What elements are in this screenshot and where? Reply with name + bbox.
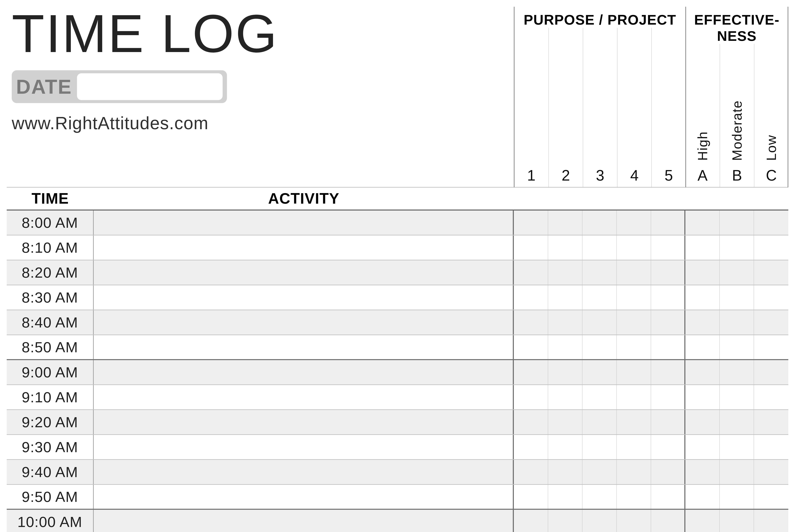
effectiveness-cell[interactable] — [685, 460, 720, 484]
purpose-cell[interactable] — [583, 210, 617, 235]
effectiveness-cell[interactable] — [685, 360, 720, 384]
effectiveness-cell[interactable] — [685, 385, 720, 409]
effectiveness-cell[interactable] — [754, 460, 788, 484]
effectiveness-cell[interactable] — [754, 260, 788, 285]
purpose-cell[interactable] — [617, 360, 651, 384]
effectiveness-cell[interactable] — [754, 485, 788, 509]
effectiveness-cell[interactable] — [754, 360, 788, 384]
purpose-cell[interactable] — [651, 410, 685, 434]
effectiveness-cell[interactable] — [720, 310, 754, 335]
purpose-cell[interactable] — [583, 235, 617, 260]
effectiveness-cell[interactable] — [685, 210, 720, 235]
purpose-cell[interactable] — [583, 510, 617, 532]
purpose-cell[interactable] — [583, 260, 617, 285]
purpose-cell[interactable] — [583, 310, 617, 335]
purpose-cell[interactable] — [548, 435, 583, 459]
effectiveness-cell[interactable] — [754, 510, 788, 532]
purpose-cell[interactable] — [583, 335, 617, 359]
purpose-cell[interactable] — [617, 285, 651, 309]
purpose-cell[interactable] — [617, 310, 651, 335]
purpose-cell[interactable] — [548, 285, 583, 309]
purpose-cell[interactable] — [651, 310, 685, 335]
purpose-cell[interactable] — [617, 460, 651, 484]
purpose-cell[interactable] — [583, 285, 617, 309]
purpose-cell[interactable] — [617, 210, 651, 235]
effectiveness-cell[interactable] — [685, 435, 720, 459]
purpose-cell[interactable] — [548, 410, 583, 434]
purpose-cell[interactable] — [617, 335, 651, 359]
purpose-cell[interactable] — [548, 485, 583, 509]
effectiveness-cell[interactable] — [720, 410, 754, 434]
purpose-cell[interactable] — [651, 385, 685, 409]
effectiveness-cell[interactable] — [754, 410, 788, 434]
effectiveness-cell[interactable] — [720, 335, 754, 359]
purpose-cell[interactable] — [514, 310, 548, 335]
effectiveness-cell[interactable] — [754, 385, 788, 409]
effectiveness-cell[interactable] — [720, 435, 754, 459]
purpose-cell[interactable] — [548, 210, 583, 235]
purpose-cell[interactable] — [548, 385, 583, 409]
purpose-cell[interactable] — [651, 435, 685, 459]
purpose-cell[interactable] — [651, 460, 685, 484]
purpose-cell[interactable] — [583, 410, 617, 434]
purpose-cell[interactable] — [548, 335, 583, 359]
purpose-cell[interactable] — [651, 260, 685, 285]
effectiveness-cell[interactable] — [720, 260, 754, 285]
effectiveness-cell[interactable] — [685, 310, 720, 335]
effectiveness-cell[interactable] — [685, 235, 720, 260]
effectiveness-cell[interactable] — [720, 485, 754, 509]
activity-cell[interactable] — [94, 260, 514, 285]
effectiveness-cell[interactable] — [685, 285, 720, 309]
purpose-cell[interactable] — [514, 410, 548, 434]
effectiveness-cell[interactable] — [685, 485, 720, 509]
purpose-cell[interactable] — [514, 285, 548, 309]
purpose-cell[interactable] — [651, 235, 685, 260]
purpose-cell[interactable] — [514, 460, 548, 484]
purpose-cell[interactable] — [514, 260, 548, 285]
effectiveness-cell[interactable] — [685, 260, 720, 285]
purpose-cell[interactable] — [514, 510, 548, 532]
activity-cell[interactable] — [94, 360, 514, 384]
effectiveness-cell[interactable] — [685, 335, 720, 359]
effectiveness-cell[interactable] — [720, 210, 754, 235]
activity-cell[interactable] — [94, 435, 514, 459]
activity-cell[interactable] — [94, 285, 514, 309]
purpose-cell[interactable] — [514, 210, 548, 235]
purpose-cell[interactable] — [514, 435, 548, 459]
effectiveness-cell[interactable] — [720, 510, 754, 532]
purpose-cell[interactable] — [651, 485, 685, 509]
activity-cell[interactable] — [94, 210, 514, 235]
activity-cell[interactable] — [94, 235, 514, 260]
purpose-cell[interactable] — [514, 235, 548, 260]
purpose-cell[interactable] — [514, 385, 548, 409]
purpose-cell[interactable] — [651, 285, 685, 309]
purpose-cell[interactable] — [548, 460, 583, 484]
activity-cell[interactable] — [94, 310, 514, 335]
purpose-cell[interactable] — [617, 385, 651, 409]
activity-cell[interactable] — [94, 385, 514, 409]
effectiveness-cell[interactable] — [720, 360, 754, 384]
activity-cell[interactable] — [94, 485, 514, 509]
purpose-cell[interactable] — [514, 485, 548, 509]
purpose-cell[interactable] — [583, 460, 617, 484]
effectiveness-cell[interactable] — [754, 210, 788, 235]
purpose-cell[interactable] — [651, 510, 685, 532]
purpose-cell[interactable] — [617, 260, 651, 285]
effectiveness-cell[interactable] — [754, 335, 788, 359]
purpose-cell[interactable] — [548, 260, 583, 285]
purpose-cell[interactable] — [548, 510, 583, 532]
purpose-cell[interactable] — [514, 360, 548, 384]
effectiveness-cell[interactable] — [754, 235, 788, 260]
purpose-cell[interactable] — [514, 335, 548, 359]
activity-cell[interactable] — [94, 335, 514, 359]
purpose-cell[interactable] — [651, 210, 685, 235]
purpose-cell[interactable] — [583, 485, 617, 509]
effectiveness-cell[interactable] — [754, 285, 788, 309]
activity-cell[interactable] — [94, 510, 514, 532]
purpose-cell[interactable] — [617, 235, 651, 260]
activity-cell[interactable] — [94, 410, 514, 434]
purpose-cell[interactable] — [548, 235, 583, 260]
activity-cell[interactable] — [94, 460, 514, 484]
effectiveness-cell[interactable] — [754, 435, 788, 459]
purpose-cell[interactable] — [617, 510, 651, 532]
